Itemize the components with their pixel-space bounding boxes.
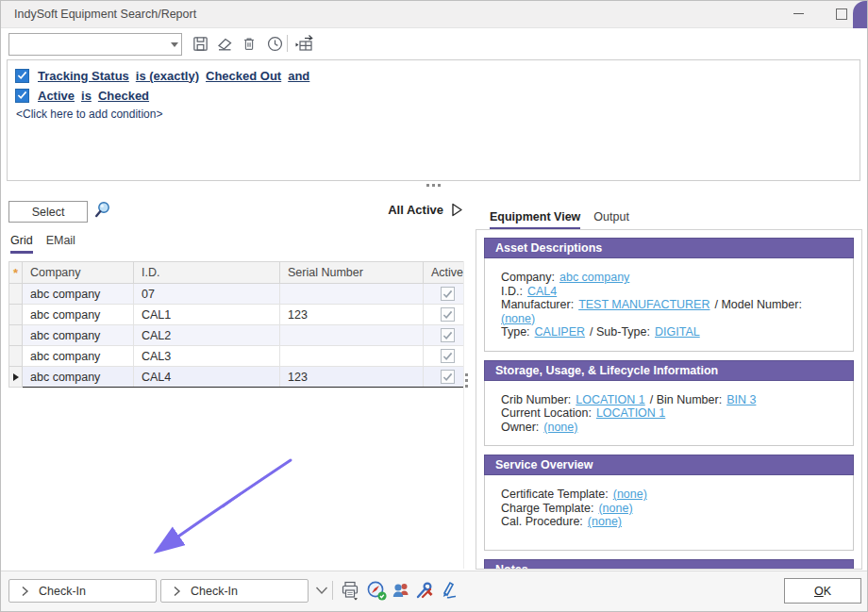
active-checkbox[interactable]: [441, 349, 455, 363]
detail-link[interactable]: (none): [588, 515, 622, 528]
condition-term[interactable]: Active: [38, 89, 75, 103]
cell-id[interactable]: CAL1: [134, 305, 280, 325]
cell-active[interactable]: [424, 367, 464, 388]
table-row[interactable]: abc companyCAL2: [9, 325, 464, 346]
detail-link[interactable]: (none): [613, 488, 647, 501]
detail-label: / Sub-Type:: [590, 325, 650, 339]
detail-line: Certificate Template:(none): [501, 488, 837, 502]
cell-active[interactable]: [424, 305, 464, 325]
horizontal-splitter-grip[interactable]: [426, 184, 441, 187]
trash-icon: [241, 35, 258, 53]
detail-label: / Model Number:: [715, 298, 802, 311]
search-button[interactable]: [92, 199, 114, 222]
detail-link[interactable]: LOCATION 1: [596, 406, 665, 420]
users-button[interactable]: [390, 579, 412, 602]
status-dashboard-button[interactable]: [365, 579, 388, 602]
active-checkbox[interactable]: [441, 328, 455, 342]
detail-link[interactable]: (none): [598, 502, 632, 515]
cell-id[interactable]: CAL3: [134, 346, 280, 367]
compass-check-icon: [366, 580, 388, 602]
scope-label[interactable]: All Active: [388, 203, 443, 217]
checkin-button[interactable]: Check-In: [8, 579, 157, 603]
condition-term[interactable]: and: [288, 69, 309, 83]
table-row[interactable]: abc companyCAL1123: [9, 305, 464, 325]
cell-company[interactable]: abc company: [23, 284, 134, 305]
detail-label: Owner:: [501, 421, 539, 434]
tools-button[interactable]: [413, 579, 436, 602]
detail-link[interactable]: (none): [543, 421, 577, 434]
condition-term[interactable]: Checked Out: [206, 69, 281, 83]
bottom-separator: [332, 581, 333, 600]
active-checkbox[interactable]: [441, 307, 455, 322]
cell-active[interactable]: [424, 284, 464, 305]
column-header-id[interactable]: I.D.: [134, 262, 280, 284]
cell-company[interactable]: abc company: [23, 305, 134, 325]
print-button[interactable]: [339, 579, 361, 602]
cell-active[interactable]: [424, 346, 464, 367]
run-query-icon[interactable]: [451, 203, 463, 217]
combo-dropdown-button[interactable]: [167, 34, 181, 55]
tab-equipment-view[interactable]: Equipment View: [490, 210, 580, 230]
cell-active[interactable]: [424, 325, 464, 346]
minimize-button[interactable]: [780, 1, 816, 26]
detail-link[interactable]: (none): [501, 312, 535, 325]
cell-serial[interactable]: 123: [280, 305, 424, 325]
erase-query-button[interactable]: [212, 31, 237, 56]
tab-email[interactable]: EMail: [46, 234, 75, 254]
detail-link[interactable]: DIGITAL: [655, 325, 700, 339]
cell-company[interactable]: abc company: [23, 346, 134, 367]
scope-selector[interactable]: All Active: [367, 203, 463, 217]
active-checkbox[interactable]: [441, 370, 455, 384]
vertical-splitter-grip[interactable]: [465, 373, 468, 388]
tab-grid[interactable]: Grid: [10, 234, 33, 254]
row-indicator-cell: [9, 284, 23, 305]
query-preset-input[interactable]: [9, 34, 167, 55]
delete-button[interactable]: [237, 31, 261, 56]
layout-designer-button[interactable]: [292, 31, 316, 56]
table-row[interactable]: abc company07: [9, 284, 464, 305]
add-condition-link[interactable]: <Click here to add condition>: [16, 108, 852, 121]
detail-link[interactable]: TEST MANUFACTURER: [578, 298, 709, 311]
cell-company[interactable]: abc company: [23, 325, 134, 346]
section-header: Service Overview: [484, 455, 854, 475]
bottom-bar: Check-InCheck-In: [1, 571, 867, 612]
table-row[interactable]: abc companyCAL3: [9, 346, 464, 367]
cell-serial[interactable]: 123: [280, 367, 424, 388]
cell-company[interactable]: abc company: [23, 367, 134, 388]
query-preset-combo[interactable]: [8, 33, 182, 56]
detail-link[interactable]: CALIPER: [535, 325, 586, 339]
column-header-company[interactable]: Company: [23, 262, 134, 284]
history-button[interactable]: [262, 31, 287, 56]
select-button[interactable]: Select: [8, 201, 88, 223]
more-actions-button[interactable]: [310, 579, 333, 602]
condition-term[interactable]: Tracking Status: [38, 69, 129, 83]
cell-id[interactable]: CAL4: [134, 367, 280, 388]
condition-checkbox[interactable]: [15, 69, 29, 83]
condition-term[interactable]: is: [81, 89, 92, 103]
active-checkbox[interactable]: [441, 287, 455, 301]
detail-link[interactable]: BIN 3: [726, 393, 756, 406]
detail-link[interactable]: CAL4: [527, 285, 557, 298]
section-body: Certificate Template:(none)Charge Templa…: [484, 475, 854, 551]
condition-checkbox[interactable]: [15, 89, 29, 103]
detail-link[interactable]: abc company: [559, 271, 629, 284]
cell-id[interactable]: 07: [134, 284, 280, 305]
tab-output[interactable]: Output: [593, 210, 629, 230]
detail-line: I.D.:CAL4: [501, 285, 837, 299]
detail-link[interactable]: LOCATION 1: [576, 393, 644, 406]
section-header: Asset Descriptions: [484, 238, 854, 258]
signature-button[interactable]: [437, 579, 459, 602]
table-row[interactable]: abc companyCAL4123: [9, 367, 464, 388]
column-header-active[interactable]: Active: [424, 262, 464, 284]
checkin-button[interactable]: Check-In: [160, 579, 309, 603]
ok-button[interactable]: OK: [784, 578, 861, 604]
condition-term[interactable]: is (exactly): [136, 69, 199, 83]
cell-serial[interactable]: [280, 346, 424, 367]
cell-serial[interactable]: [280, 284, 424, 305]
condition-term[interactable]: Checked: [98, 89, 149, 103]
cell-serial[interactable]: [280, 325, 424, 346]
clock-icon: [266, 35, 284, 53]
column-header-serialnumber[interactable]: Serial Number: [280, 262, 424, 284]
cell-id[interactable]: CAL2: [134, 325, 280, 346]
save-button[interactable]: [188, 31, 212, 56]
